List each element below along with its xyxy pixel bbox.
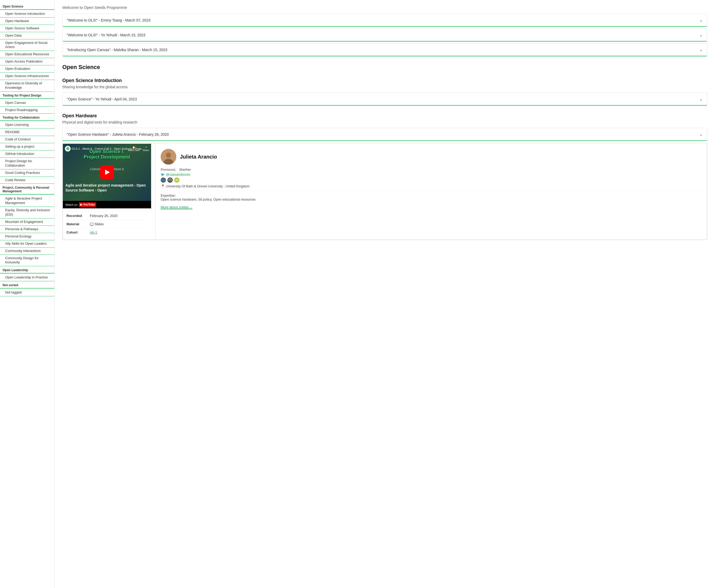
cohort-link[interactable]: ols-1 — [90, 230, 97, 234]
sidebar-item-community-design-for-inclusivity[interactable]: Community Design for Inclusivity — [0, 255, 54, 267]
sidebar-item-equity-diversity-inclusion[interactable]: Equity, Diversity and Inclusion (EDI) — [0, 207, 54, 218]
sidebar-item-open-evaluation[interactable]: Open Evaluation — [0, 65, 54, 73]
sections-container: Open ScienceOpen Science IntroductionSha… — [62, 64, 707, 240]
accordion-header-introducing-open-canvas[interactable]: "Introducing Open Canvas" - Malvika Shar… — [63, 44, 707, 56]
sidebar-section-open-leadership[interactable]: Open Leadership — [0, 266, 54, 273]
top-accordions: "Welcome to OLS!" - Emmy Tsang - March 0… — [62, 14, 707, 57]
sidebar-section-tooling-for-project-design[interactable]: Tooling for Project Design — [0, 91, 54, 99]
sidebar-item-readme[interactable]: README — [0, 129, 54, 136]
accordion-header-open-science-hardware-julieta[interactable]: "Open Science Hardware" - Julieta Aranci… — [63, 128, 707, 141]
recorded-label: Recorded — [66, 214, 90, 218]
slides-link[interactable]: Slides — [90, 222, 104, 226]
video-embed: O OLS-1 - Week 6 - Cohort Call 3 - Open … — [63, 144, 151, 239]
sidebar-item-project-design-for-collaboration[interactable]: Project Design for Collaboration — [0, 158, 54, 169]
chevron-down-icon: ⌄ — [699, 132, 703, 137]
speaker-social-icons: 🌐 iD — [161, 177, 701, 183]
orcid-icon[interactable]: iD — [174, 177, 179, 183]
sidebar-item-open-science-introduction[interactable]: Open Science Introduction — [0, 10, 54, 18]
expertise-value: Open science hardware, Sti policy, Open … — [161, 197, 256, 201]
sidebar-item-openness-to-diversity-of-knowledge[interactable]: Openness to Diversity of Knowledge — [0, 80, 54, 91]
sidebar-item-open-canvas[interactable]: Open Canvas — [0, 99, 54, 107]
main-content: Welcome to Open Seeds Programme "Welcome… — [55, 0, 715, 588]
accordion-header-welcome-emmy[interactable]: "Welcome to OLS!" - Emmy Tsang - March 0… — [63, 14, 707, 27]
sidebar-item-open-access-publication[interactable]: Open Access Publication — [0, 58, 54, 65]
more-about-link[interactable]: More about Julieta ⌄ — [161, 205, 192, 209]
speaker-card: Julieta Arancio Pronouns: She/her 🐦 @cas… — [155, 144, 707, 239]
material-label: Material — [66, 222, 90, 226]
avatar — [161, 149, 176, 165]
pronouns-label: Pronouns: — [161, 168, 176, 171]
accordion-open-science-hardware-julieta: "Open Science Hardware" - Julieta Aranci… — [62, 128, 707, 240]
play-button[interactable] — [100, 165, 114, 179]
chevron-down-icon: ⌄ — [699, 97, 703, 102]
sidebar-item-community-interactions[interactable]: Community Interactions — [0, 248, 54, 255]
accordion-title-welcome-emmy: "Welcome to OLS!" - Emmy Tsang - March 0… — [67, 18, 150, 22]
recorded-value: February 26, 2020 — [90, 214, 117, 218]
sidebar-item-code-review[interactable]: Code Review — [0, 177, 54, 184]
globe-icon[interactable]: 🌐 — [161, 177, 166, 183]
sidebar-item-open-leadership-in-practice[interactable]: Open Leadership in Practice — [0, 274, 54, 281]
speaker-pronouns: Pronouns: She/her — [161, 168, 701, 171]
speaker-twitter: 🐦 @cassandreces — [161, 172, 701, 176]
video-meta-row-cohort: Cohort ols-1 — [66, 228, 147, 236]
accordion-header-open-science-yo[interactable]: "Open Science" - Yo Yehudi - April 04, 2… — [63, 93, 707, 106]
video-meta: Recorded February 26, 2020 Material Slid… — [63, 208, 151, 239]
video-overlay-title-line1: Open Science I:Project Development — [63, 149, 151, 160]
sidebar-section-project-community-personal-management[interactable]: Project, Community & Personal Management — [0, 184, 54, 195]
sidebar-item-open-source-software[interactable]: Open Source Software — [0, 25, 54, 32]
sidebar-item-github-introduction[interactable]: GitHub Introduction — [0, 150, 54, 158]
speaker-name: Julieta Arancio — [180, 154, 217, 160]
slides-icon — [90, 223, 94, 226]
subsection-subtitle-open-hardware: Physical and digital tools for enabling … — [62, 120, 707, 124]
sidebar-section-open-science[interactable]: Open Science — [0, 3, 54, 10]
sidebar-item-good-coding-practices[interactable]: Good Coding Practices — [0, 169, 54, 177]
more-about-speaker: More about Julieta ⌄ — [161, 205, 701, 209]
github-icon[interactable] — [167, 177, 172, 183]
subsection-subtitle-open-science-introduction: Sharing knowledge for the global access — [62, 85, 707, 89]
accordion-welcome-emmy: "Welcome to OLS!" - Emmy Tsang - March 0… — [62, 14, 707, 27]
sidebar-section-not-sorted[interactable]: Not sorted — [0, 281, 54, 289]
sidebar-item-personas-and-pathways[interactable]: Personas & Pathways — [0, 226, 54, 233]
chevron-down-icon: ⌄ — [699, 47, 703, 52]
section-title-open-science: Open Science — [62, 64, 707, 70]
accordion-title-open-science-hardware-julieta: "Open Science Hardware" - Julieta Aranci… — [67, 132, 169, 136]
twitter-icon: 🐦 — [161, 172, 165, 176]
svg-rect-2 — [90, 223, 93, 225]
sidebar-item-open-educational-resources[interactable]: Open Educational Resources — [0, 51, 54, 58]
youtube-logo: ▶ YouTube — [79, 203, 96, 207]
sidebar-item-open-engagement-social-actors[interactable]: Open Engagement of Social Actors — [0, 39, 54, 51]
accordion-header-welcome-yo[interactable]: "Welcome to OLS!" - Yo Yehudi - March 15… — [63, 29, 707, 42]
sidebar-item-open-data[interactable]: Open Data — [0, 32, 54, 39]
section-open-science: Open ScienceOpen Science IntroductionSha… — [62, 64, 707, 240]
sidebar-item-code-of-conduct[interactable]: Code of Conduct — [0, 136, 54, 143]
video-speaker-container: O OLS-1 - Week 6 - Cohort Call 3 - Open … — [63, 144, 707, 240]
sidebar-item-ally-skills-for-open-leaders[interactable]: Ally Skills for Open Leaders — [0, 240, 54, 248]
sidebar-item-agile-iteractive-project-management[interactable]: Agile & Iteractive Project Management — [0, 195, 54, 207]
sidebar-item-open-science-infrastructures[interactable]: Open Science Infrastructures — [0, 73, 54, 80]
location-icon: 📍 — [161, 184, 165, 188]
chevron-down-icon: ⌄ — [699, 18, 703, 23]
location-value: University Of Bath & Drexel University ,… — [166, 184, 249, 188]
accordion-open-science-yo: "Open Science" - Yo Yehudi - April 04, 2… — [62, 93, 707, 106]
subsection-title-open-hardware: Open Hardware — [62, 113, 707, 119]
chevron-down-icon: ⌄ — [699, 33, 703, 37]
sidebar-section-tooling-for-collaboration[interactable]: Tooling for Collaboration — [0, 114, 54, 121]
sidebar-item-open-hardware[interactable]: Open Hardware — [0, 18, 54, 25]
sidebar-item-open-licensing[interactable]: Open Licensing — [0, 122, 54, 129]
sidebar-item-project-roadmapping[interactable]: Project Roadmapping — [0, 107, 54, 114]
twitter-link[interactable]: @cassandreces — [166, 172, 190, 176]
video-description: Agile and iterative project management -… — [65, 183, 148, 193]
sidebar-item-not-tagged[interactable]: Not tagged — [0, 289, 54, 296]
sidebar-item-personal-ecology[interactable]: Personal Ecology — [0, 233, 54, 240]
subsection-open-hardware: Open HardwarePhysical and digital tools … — [62, 113, 707, 240]
cohort-label: Cohort — [66, 230, 90, 234]
sidebar-item-mountain-of-engagement[interactable]: Mountain of Engagement — [0, 218, 54, 226]
pronouns-value: She/her — [179, 168, 191, 171]
sidebar-item-setting-up-a-project[interactable]: Setting up a project — [0, 143, 54, 150]
accordion-introducing-open-canvas: "Introducing Open Canvas" - Malvika Shar… — [62, 43, 707, 57]
accordion-title-welcome-yo: "Welcome to OLS!" - Yo Yehudi - March 15… — [67, 33, 145, 37]
speaker-header: Julieta Arancio — [161, 149, 701, 165]
subsection-title-open-science-introduction: Open Science Introduction — [62, 78, 707, 83]
watch-on-bar[interactable]: Watch on ▶ YouTube — [63, 201, 151, 208]
expertise-section: Expertise: Open science hardware, Sti po… — [161, 191, 701, 201]
